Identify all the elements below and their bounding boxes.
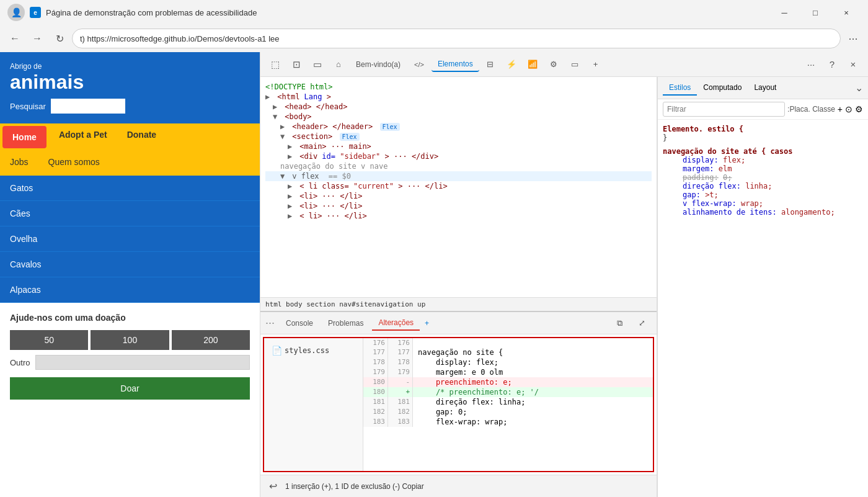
sidebar-cavalos[interactable]: Cavalos [0,252,260,277]
layout-tab[interactable]: Layout [748,81,782,96]
diff-line-177: 177 177 navegação no site { [363,347,653,357]
file-name: styles.css [285,346,329,355]
main-node[interactable]: ▶ <main> ··· main> [265,141,652,151]
navigation-bar: ← → ↻ t) https://microsoftedge.github.io… [0,25,868,52]
refresh-button[interactable]: ↻ [50,29,69,48]
devtools-more[interactable]: ··· [801,55,821,74]
li-node-2[interactable]: ▶ <li> ··· </li> [265,201,652,211]
nav-node[interactable]: ▼ v flex == $0 [265,171,652,181]
inspect-tool[interactable]: ⬚ [265,55,285,74]
tab-title: Página de demonstração com problemas de … [46,8,765,17]
styles-toolbar: :Placa. Classe + ⊙ ⚙ [658,99,868,120]
address-bar[interactable]: t) https://microsoftedge.github.io/Demos… [72,29,841,48]
nav-jobs[interactable]: Jobs [0,153,38,171]
minimize-button[interactable]: ─ [770,4,799,21]
sidebar-caes[interactable]: Cães [0,201,260,226]
webpage-header: Abrigo de animais Pesquisar [0,52,260,123]
head-node[interactable]: ▶ <head> </head> [265,102,652,112]
devtools-help[interactable]: ? [822,55,842,74]
estilos-tab[interactable]: Estilos [663,81,697,96]
browser-more-button[interactable]: ··· [843,29,863,48]
amount-100[interactable]: 100 [91,330,169,350]
undo-button[interactable]: ↩ [265,479,280,494]
li-current-node[interactable]: ▶ < li class= "current" > ··· </li> [265,181,652,191]
body-node[interactable]: ▼ <body> [265,112,652,122]
bottom-drag[interactable]: ··· [265,316,275,329]
sources-tab[interactable]: </> [408,58,430,71]
section-node[interactable]: ▼ <section> Flex [265,132,652,141]
nav-home[interactable]: Home [2,126,46,148]
nav-style-rule: navegação do site até { casos display: f… [663,147,863,217]
other-label: Outro [10,358,30,367]
computado-tab[interactable]: Computado [697,81,748,96]
sidebar-gatos[interactable]: Gatos [0,176,260,201]
sidebar-alpacas[interactable]: Alpacas [0,277,260,303]
avatar[interactable]: 👤 [7,4,25,21]
add-style-btn[interactable]: + [838,104,843,114]
donation-amounts: 50 100 200 [10,330,250,350]
nav-donate[interactable]: Donate [117,123,166,151]
nav-adopt[interactable]: Adopt a Pet [49,123,117,151]
sidebar-tool[interactable]: ▭ [308,55,327,74]
header-node[interactable]: ▶ <header> </header> Flex [265,122,652,132]
amount-200[interactable]: 200 [172,330,250,350]
elements-panel: <!DOCTYPE html> ▶ <html Lang > ▶ <head> … [260,77,657,497]
forward-button[interactable]: → [27,29,47,48]
div-sidebar-node[interactable]: ▶ <div id= "sidebar" > ··· </div> [265,151,652,161]
performance-tab[interactable]: 📶 [523,55,542,74]
console-tab[interactable]: Console [280,316,319,330]
settings-btn[interactable]: ⚙ [855,104,863,114]
elements-tree[interactable]: <!DOCTYPE html> ▶ <html Lang > ▶ <head> … [260,77,657,297]
li-node-3[interactable]: ▶ < li> ··· </li> [265,211,652,221]
doctype-node[interactable]: <!DOCTYPE html> [265,82,652,92]
window-controls: ─ □ × [770,4,861,21]
sidebar-ovelha[interactable]: Ovelha [0,226,260,252]
memory-tab[interactable]: ⚙ [544,55,564,74]
donate-submit[interactable]: Doar [10,377,250,400]
devtools-toolbar: ⬚ ⊡ ▭ ⌂ Bem-vindo(a) </> Elementos ⊟ ⚡ 📶… [260,52,868,77]
elements-tab[interactable]: Elementos [432,57,479,72]
changes-footer: ↩ 1 inserção (+), 1 ID de exclusão (-) C… [260,475,657,497]
secondary-nav: Jobs Quem somos [0,151,260,176]
devtools-panel: ⬚ ⊡ ▭ ⌂ Bem-vindo(a) </> Elementos ⊟ ⚡ 📶… [260,52,868,497]
copy-panel-btn[interactable]: ⧉ [609,313,629,333]
comment-node: navegação do site v nave [265,161,652,171]
home-tab[interactable]: ⌂ [329,55,348,74]
nav-quem-somos[interactable]: Quem somos [38,153,110,171]
force-state-btn[interactable]: ⊙ [845,104,852,114]
file-icon: 📄 [272,346,282,356]
other-input[interactable] [35,355,250,370]
more-tabs[interactable]: + [586,55,606,74]
maximize-button[interactable]: □ [801,4,830,21]
network-tab[interactable]: ⚡ [502,55,521,74]
devtools-tabs: ⌂ Bem-vindo(a) </> Elementos ⊟ ⚡ 📶 ⚙ ▭ + [329,55,800,74]
styles-css-file[interactable]: 📄 styles.css [269,343,358,358]
bottom-right-btns: ⧉ ⤢ [609,313,652,333]
html-node[interactable]: ▶ <html Lang > [265,92,652,102]
search-label: Pesquisar [10,102,46,111]
sidebar: Gatos Cães Ovelha Cavalos Alpacas [0,176,260,303]
styles-filter-input[interactable] [663,102,785,117]
diff-line-179: 179 179 margem: e 0 olm [363,367,653,377]
webpage-panel: Abrigo de animais Pesquisar Home Adopt a… [0,52,260,497]
li-node-1[interactable]: ▶ <li> ··· </li> [265,191,652,201]
amount-50[interactable]: 50 [10,330,88,350]
problems-tab[interactable]: Problemas [322,316,370,330]
close-button[interactable]: × [832,4,861,21]
expand-panel-btn[interactable]: ⤢ [632,313,652,333]
alteracoes-tab[interactable]: Alterações [372,316,420,331]
search-input[interactable] [51,99,125,114]
add-tab-btn[interactable]: + [425,319,429,328]
browser-window: 👤 e Página de demonstração com problemas… [0,0,868,497]
application-tab[interactable]: ▭ [565,55,585,74]
expand-icon[interactable]: ⌄ [855,82,863,94]
margin-prop: margem: elm [673,164,863,173]
welcome-tab[interactable]: Bem-vindo(a) [350,58,407,71]
console-tab[interactable]: ⊟ [480,55,500,74]
diff-line-180-removed: 180 - preenchimento: e; [363,377,653,387]
back-button[interactable]: ← [5,29,25,48]
changes-summary: 1 inserção (+), 1 ID de exclusão (-) Cop… [285,482,424,491]
device-tool[interactable]: ⊡ [286,55,306,74]
devtools-close[interactable]: × [843,55,863,74]
flex-badge-2: Flex [340,133,360,141]
